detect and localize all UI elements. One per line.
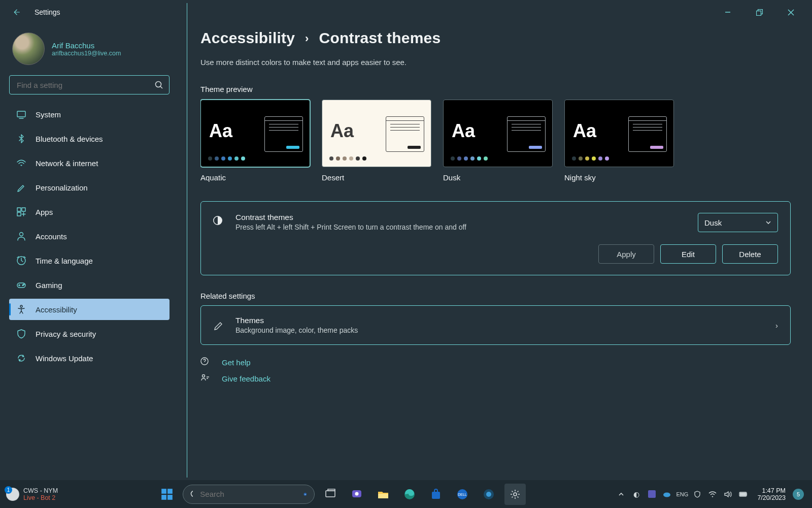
close-button[interactable] — [782, 3, 800, 21]
theme-select-value: Dusk — [704, 218, 722, 227]
start-button[interactable] — [156, 484, 178, 505]
tray-wifi-icon[interactable] — [708, 490, 717, 498]
get-help-link[interactable]: Get help — [200, 357, 791, 367]
tray-onedrive-icon[interactable] — [663, 490, 671, 498]
breadcrumb: Accessibility › Contrast themes — [200, 29, 791, 47]
svg-point-31 — [355, 492, 359, 495]
help-icon — [200, 357, 211, 367]
taskbar-app-chat[interactable] — [346, 484, 367, 505]
notification-badge[interactable]: 5 — [793, 489, 804, 500]
sidebar-item-label: Bluetooth & devices — [36, 135, 103, 143]
tray-security-icon[interactable] — [693, 490, 701, 498]
sidebar-item-network-internet[interactable]: Network & internet — [9, 152, 170, 174]
chevron-down-icon — [765, 219, 771, 226]
vpn-line2: Live - Bot 2 — [23, 494, 58, 501]
brush-icon — [213, 320, 224, 331]
svg-line-6 — [160, 86, 162, 88]
svg-point-12 — [20, 233, 23, 236]
chevron-right-icon: › — [775, 321, 778, 330]
themes-link[interactable]: Themes Background image, color, theme pa… — [200, 305, 791, 345]
user-profile[interactable]: Arif Bacchus arifbacchus19@live.com — [9, 29, 170, 75]
theme-preview-dusk[interactable]: Aa Dusk — [443, 100, 553, 182]
shield-icon — [16, 329, 26, 339]
apply-button[interactable]: Apply — [598, 244, 654, 264]
svg-rect-21 — [161, 489, 166, 494]
svg-rect-23 — [161, 495, 166, 500]
sidebar-item-label: Personalization — [36, 183, 88, 192]
svg-text:DELL: DELL — [458, 493, 467, 496]
svg-point-16 — [23, 284, 24, 285]
sidebar-item-bluetooth-devices[interactable]: Bluetooth & devices — [9, 128, 170, 149]
svg-point-25 — [191, 491, 193, 496]
taskbar-app-generic[interactable] — [478, 484, 499, 505]
search-icon — [155, 81, 163, 89]
edit-button[interactable]: Edit — [660, 244, 716, 264]
user-name: Arif Bacchus — [52, 41, 121, 50]
theme-preview-aquatic[interactable]: Aa Aquatic — [200, 100, 310, 182]
nav-list: SystemBluetooth & devicesNetwork & inter… — [9, 104, 170, 369]
page-subtitle: Use more distinct colors to make text an… — [200, 58, 791, 67]
svg-rect-28 — [326, 491, 335, 497]
sidebar-item-apps[interactable]: Apps — [9, 201, 170, 223]
vpn-line1: CWS - NYM — [23, 487, 58, 494]
brush-icon — [16, 182, 26, 193]
sidebar-item-personalization[interactable]: Personalization — [9, 177, 170, 198]
search-field[interactable] — [16, 80, 155, 90]
time-icon — [16, 256, 26, 266]
tray-steam-icon[interactable]: ◐ — [632, 490, 640, 498]
related-label: Related settings — [200, 292, 791, 300]
svg-rect-11 — [17, 212, 21, 216]
svg-rect-40 — [648, 490, 656, 498]
theme-name: Dusk — [443, 173, 553, 182]
delete-button[interactable]: Delete — [722, 244, 778, 264]
contrast-card-desc: Press left Alt + left Shift + Print Scre… — [235, 223, 466, 231]
sidebar-item-label: Apps — [36, 208, 53, 216]
give-feedback-link[interactable]: Give feedback — [200, 373, 791, 384]
sidebar-item-time-language[interactable]: Time & language — [9, 250, 170, 271]
svg-point-5 — [156, 82, 161, 87]
sidebar-item-system[interactable]: System — [9, 104, 170, 125]
svg-point-41 — [663, 492, 670, 497]
system-icon — [16, 109, 26, 119]
tray-battery-icon[interactable] — [739, 490, 747, 498]
minimize-button[interactable] — [719, 3, 737, 21]
theme-select[interactable]: Dusk — [698, 213, 778, 232]
app-title: Settings — [35, 8, 60, 16]
taskbar-app-store[interactable] — [425, 484, 447, 505]
theme-preview-desert[interactable]: Aa Desert — [322, 100, 431, 182]
taskbar-app-explorer[interactable] — [373, 484, 394, 505]
back-button[interactable] — [8, 4, 24, 20]
sidebar-item-accessibility[interactable]: Accessibility — [9, 299, 170, 320]
tray-clock[interactable]: 1:47 PM 7/20/2023 — [757, 487, 786, 501]
taskbar-vpn-widget[interactable]: 1 CWS - NYM Live - Bot 2 — [6, 487, 137, 501]
theme-preview-night-sky[interactable]: Aa Night sky — [564, 100, 674, 182]
themes-link-desc: Background image, color, theme packs — [235, 326, 358, 334]
theme-preview-label: Theme preview — [200, 85, 791, 93]
sidebar-item-privacy-security[interactable]: Privacy & security — [9, 323, 170, 344]
user-email: arifbacchus19@live.com — [52, 50, 121, 57]
taskbar-search[interactable] — [183, 485, 315, 504]
theme-name: Aquatic — [200, 173, 310, 182]
taskbar: 1 CWS - NYM Live - Bot 2 DELL ◐ ENG — [0, 480, 812, 508]
tray-language-icon[interactable]: ENG — [678, 490, 686, 498]
sidebar-item-gaming[interactable]: Gaming — [9, 274, 170, 296]
tray-teams-icon[interactable] — [648, 490, 656, 498]
tray-volume-icon[interactable] — [724, 490, 732, 498]
svg-point-20 — [202, 375, 205, 377]
taskbar-app-edge[interactable] — [399, 484, 420, 505]
taskbar-app-dell[interactable]: DELL — [452, 484, 473, 505]
bluetooth-icon — [16, 134, 26, 144]
main-content: Accessibility › Contrast themes Use more… — [200, 29, 791, 462]
breadcrumb-parent[interactable]: Accessibility — [200, 29, 295, 47]
sidebar-item-windows-update[interactable]: Windows Update — [9, 347, 170, 369]
task-view-button[interactable] — [320, 484, 341, 505]
themes-link-title: Themes — [235, 316, 358, 325]
maximize-button[interactable] — [750, 3, 768, 21]
taskbar-search-input[interactable] — [199, 489, 297, 499]
sidebar-item-accounts[interactable]: Accounts — [9, 226, 170, 247]
svg-rect-43 — [747, 493, 748, 495]
search-input[interactable] — [9, 75, 170, 94]
taskbar-app-settings[interactable] — [504, 484, 526, 505]
tray-chevron-icon[interactable] — [617, 490, 625, 498]
sidebar-item-label: Accounts — [36, 232, 67, 241]
